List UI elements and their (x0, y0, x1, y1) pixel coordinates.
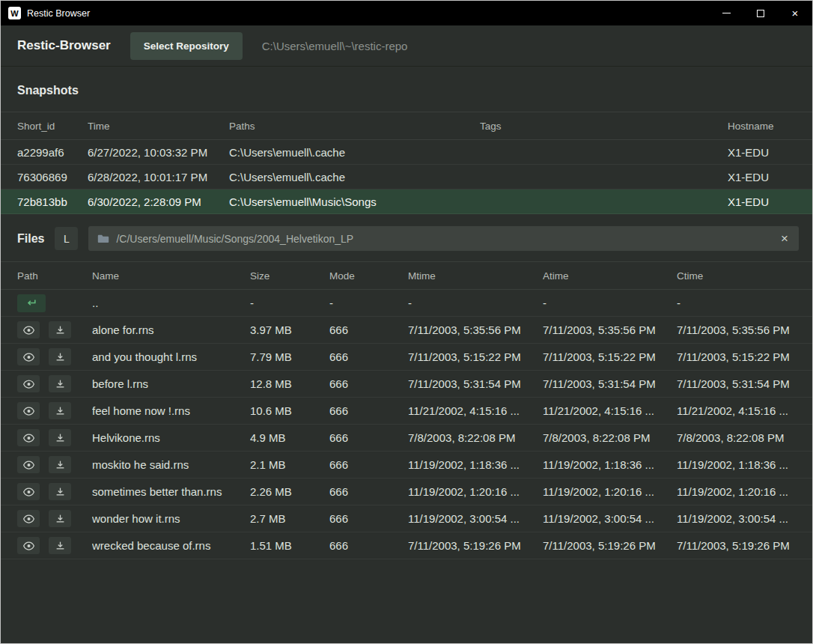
select-repository-button[interactable]: Select Repository (130, 32, 243, 60)
download-icon (55, 433, 65, 443)
file-row[interactable]: feel home now !.rns 10.6 MB 666 11/21/20… (1, 398, 812, 425)
file-mtime: 7/11/2003, 5:31:54 PM (408, 377, 543, 390)
file-name: and you thought l.rns (92, 350, 250, 363)
eye-icon (23, 541, 34, 550)
file-name: Helvikone.rns (92, 431, 250, 444)
current-path-input[interactable]: /C/Users/emuell/Music/Songs/2004_Helveti… (88, 226, 799, 251)
up-directory-button[interactable] (17, 294, 46, 312)
files-table-header: Path Name Size Mode Mtime Atime Ctime (1, 261, 812, 290)
view-file-button[interactable] (17, 402, 40, 419)
file-atime: 11/19/2002, 1:18:36 ... (543, 458, 677, 471)
column-header-hostname: Hostname (728, 121, 796, 132)
file-mode: 666 (329, 539, 408, 552)
view-file-button[interactable] (17, 483, 40, 500)
column-header-ctime: Ctime (677, 270, 796, 282)
download-file-button[interactable] (49, 375, 71, 392)
files-title: Files (17, 232, 44, 246)
snapshot-time: 6/27/2022, 10:03:32 PM (88, 146, 229, 159)
file-mtime: 11/19/2002, 1:18:36 ... (408, 458, 543, 471)
titlebar[interactable]: W Restic Browser × (1, 1, 812, 25)
snapshot-row[interactable]: a2299af6 6/27/2022, 10:03:32 PM C:\Users… (1, 140, 812, 165)
download-file-button[interactable] (49, 321, 71, 338)
eye-icon (23, 514, 34, 523)
file-row[interactable]: moskito he said.rns 2.1 MB 666 11/19/200… (1, 452, 812, 479)
file-mtime: 7/11/2003, 5:35:56 PM (408, 323, 543, 336)
file-mode: 666 (329, 512, 408, 525)
file-size: 2.26 MB (250, 485, 329, 498)
snapshot-hostname: X1-EDU (728, 195, 796, 208)
view-file-button[interactable] (17, 375, 40, 392)
eye-icon (23, 407, 34, 416)
file-ctime: 11/19/2002, 1:20:16 ... (677, 485, 796, 498)
file-row[interactable]: wrecked because of.rns 1.51 MB 666 7/11/… (1, 532, 812, 559)
download-icon (55, 352, 65, 362)
download-file-button[interactable] (49, 537, 71, 554)
download-file-button[interactable] (49, 483, 71, 500)
view-file-button[interactable] (17, 348, 40, 365)
view-file-button[interactable] (17, 321, 40, 338)
file-mode: 666 (329, 485, 408, 498)
file-ctime: 11/19/2002, 3:00:54 ... (677, 512, 796, 525)
file-atime: - (543, 297, 677, 309)
download-file-button[interactable] (49, 348, 71, 365)
view-file-button[interactable] (17, 429, 40, 446)
column-header-path: Path (17, 270, 92, 282)
download-file-button[interactable] (49, 456, 71, 473)
file-mtime: 7/11/2003, 5:19:26 PM (408, 539, 543, 552)
file-ctime: 7/11/2003, 5:35:56 PM (677, 323, 796, 336)
column-header-paths: Paths (229, 121, 480, 132)
file-mode: 666 (329, 458, 408, 471)
file-row[interactable]: wonder how it.rns 2.7 MB 666 11/19/2002,… (1, 505, 812, 532)
file-size: 1.51 MB (250, 539, 329, 552)
eye-icon (23, 353, 34, 362)
file-row[interactable]: sometimes better than.rns 2.26 MB 666 11… (1, 479, 812, 505)
file-size: 2.1 MB (250, 458, 329, 471)
column-header-mode: Mode (329, 270, 408, 282)
file-name: sometimes better than.rns (92, 485, 250, 498)
view-file-button[interactable] (17, 456, 40, 473)
file-name: wonder how it.rns (92, 512, 250, 525)
file-mode: 666 (329, 404, 408, 417)
header: Restic-Browser Select Repository C:\User… (1, 25, 812, 67)
snapshot-paths: C:\Users\emuell\.cache (229, 171, 480, 183)
file-mode: - (329, 297, 408, 309)
file-ctime: 7/11/2003, 5:19:26 PM (677, 539, 796, 552)
file-mode: 666 (329, 350, 408, 363)
file-size: 3.97 MB (250, 323, 329, 336)
view-file-button[interactable] (17, 510, 40, 527)
file-row[interactable]: before l.rns 12.8 MB 666 7/11/2003, 5:31… (1, 371, 812, 398)
maximize-button[interactable] (743, 1, 778, 25)
file-ctime: 7/11/2003, 5:15:22 PM (677, 350, 796, 363)
snapshot-row[interactable]: 76306869 6/28/2022, 10:01:17 PM C:\Users… (1, 165, 812, 189)
close-button[interactable]: × (778, 1, 812, 25)
file-mode: 666 (329, 377, 408, 390)
column-header-atime: Atime (543, 270, 677, 282)
snapshot-time: 6/30/2022, 2:28:09 PM (88, 195, 229, 208)
file-row[interactable]: alone for.rns 3.97 MB 666 7/11/2003, 5:3… (1, 317, 812, 344)
download-icon (55, 325, 65, 335)
snapshot-row-selected[interactable]: 72b813bb 6/30/2022, 2:28:09 PM C:\Users\… (1, 189, 812, 214)
file-ctime: 11/19/2002, 1:18:36 ... (677, 458, 796, 471)
download-file-button[interactable] (49, 429, 71, 446)
file-ctime: - (677, 297, 796, 309)
download-file-button[interactable] (49, 402, 71, 419)
file-row-parent-dir[interactable]: .. - - - - - (1, 290, 812, 317)
file-atime: 11/19/2002, 1:20:16 ... (543, 485, 677, 498)
snapshot-short-id: 72b813bb (17, 195, 88, 208)
file-mtime: - (408, 297, 543, 309)
column-header-tags: Tags (480, 121, 728, 132)
view-file-button[interactable] (17, 537, 40, 554)
snapshots-table-header: Short_id Time Paths Tags Hostname (1, 112, 812, 140)
maximize-icon (757, 10, 764, 17)
snapshot-short-id: 76306869 (17, 171, 88, 183)
minimize-button[interactable] (709, 1, 743, 25)
download-file-button[interactable] (49, 510, 71, 527)
column-header-time: Time (88, 121, 229, 132)
clear-path-button[interactable]: × (779, 232, 790, 245)
file-atime: 11/21/2002, 4:15:16 ... (543, 404, 677, 417)
download-icon (55, 514, 65, 523)
file-row[interactable]: Helvikone.rns 4.9 MB 666 7/8/2003, 8:22:… (1, 425, 812, 452)
download-icon (55, 541, 65, 550)
files-root-button[interactable]: L (55, 227, 78, 250)
file-row[interactable]: and you thought l.rns 7.79 MB 666 7/11/2… (1, 344, 812, 371)
